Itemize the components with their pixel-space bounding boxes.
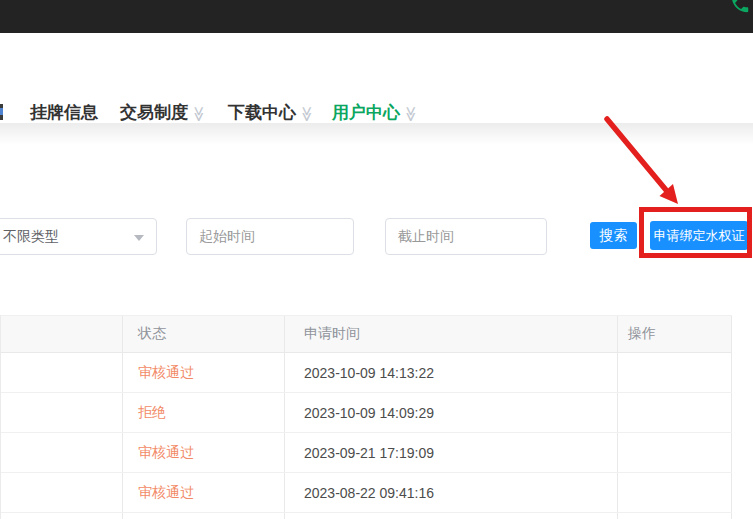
status-badge: 拒绝 — [138, 404, 166, 422]
chevron-down-icon: ≫ — [295, 106, 319, 122]
row-cell-operation — [618, 353, 732, 392]
col-header-operation: 操作 — [618, 316, 732, 352]
row-cell-empty — [1, 433, 123, 472]
row-cell-apply-time: 2023-10-09 14:13:22 — [285, 353, 618, 392]
table-body: 审核通过2023-10-09 14:13:22拒绝2023-10-09 14:0… — [1, 353, 731, 519]
row-cell-operation — [618, 513, 732, 519]
apply-time-text: 2023-09-21 17:19:09 — [304, 445, 434, 461]
type-filter-value: 不限类型 — [3, 228, 59, 244]
status-badge: 审核通过 — [138, 364, 194, 382]
row-cell-empty — [1, 513, 123, 519]
nav-item-label: 下载中心 — [228, 103, 296, 122]
nav-item-3[interactable]: 用户中心≫ — [332, 101, 419, 125]
table-row: 拒绝2023-10-09 14:09:29 — [1, 393, 732, 433]
row-cell-status — [123, 513, 285, 519]
status-badge: 审核通过 — [138, 484, 194, 502]
nav-item-label: 交易制度 — [120, 103, 188, 122]
row-cell-status: 审核通过 — [123, 353, 285, 392]
end-time-input[interactable]: 截止时间 — [385, 218, 547, 255]
apply-bind-water-cert-button[interactable]: 申请绑定水权证 — [650, 221, 748, 250]
row-cell-operation — [618, 473, 732, 512]
apply-time-text: 2023-08-22 09:41:16 — [304, 485, 434, 501]
nav-item-1[interactable]: 交易制度≫ — [120, 101, 207, 125]
nav-item-label: 挂牌信息 — [30, 103, 98, 122]
table-row: 审核通过2023-08-22 09:41:16 — [1, 473, 732, 513]
chevron-down-icon: ≫ — [187, 106, 211, 122]
chevron-down-icon: ≫ — [399, 106, 423, 122]
row-cell-apply-time — [285, 513, 618, 519]
row-cell-status: 审核通过 — [123, 473, 285, 512]
col-header-status: 状态 — [123, 316, 285, 352]
row-cell-empty — [1, 353, 123, 392]
status-badge: 审核通过 — [138, 444, 194, 462]
start-time-input[interactable]: 起始时间 — [186, 218, 354, 255]
apply-time-text: 2023-10-09 14:13:22 — [304, 365, 434, 381]
start-time-placeholder: 起始时间 — [199, 228, 255, 244]
row-cell-operation — [618, 393, 732, 432]
table-row: 审核通过2023-10-09 14:13:22 — [1, 353, 732, 393]
row-cell-status: 审核通过 — [123, 433, 285, 472]
top-utility-bar — [0, 0, 753, 33]
apply-time-text: 2023-10-09 14:09:29 — [304, 405, 434, 421]
page: { "topbar": { "phone_icon": "phone-icon"… — [0, 0, 753, 519]
applications-table: 状态 申请时间 操作 审核通过2023-10-09 14:13:22拒绝2023… — [0, 315, 731, 519]
row-cell-status: 拒绝 — [123, 393, 285, 432]
type-filter-select[interactable]: 不限类型 — [0, 218, 157, 255]
table-row: 审核通过2023-09-21 17:19:09 — [1, 433, 732, 473]
nav-item-0[interactable]: 挂牌信息 — [30, 101, 98, 125]
row-cell-operation — [618, 433, 732, 472]
nav-item-label: 用户中心 — [332, 103, 400, 122]
header-shadow — [0, 123, 753, 145]
table-header-row: 状态 申请时间 操作 — [1, 315, 732, 353]
row-cell-empty — [1, 393, 123, 432]
col-header-apply-time: 申请时间 — [285, 316, 618, 352]
table-row — [1, 513, 732, 519]
search-button[interactable]: 搜索 — [590, 222, 637, 249]
main-navbar: 挂牌信息交易制度≫下载中心≫用户中心≫ — [0, 33, 753, 123]
end-time-placeholder: 截止时间 — [398, 228, 454, 244]
col-header-empty — [1, 316, 123, 352]
row-cell-empty — [1, 473, 123, 512]
nav-items: 挂牌信息交易制度≫下载中心≫用户中心≫ — [0, 33, 753, 123]
row-cell-apply-time: 2023-09-21 17:19:09 — [285, 433, 618, 472]
row-cell-apply-time: 2023-10-09 14:09:29 — [285, 393, 618, 432]
phone-icon[interactable] — [729, 0, 751, 15]
nav-item-2[interactable]: 下载中心≫ — [228, 101, 315, 125]
row-cell-apply-time: 2023-08-22 09:41:16 — [285, 473, 618, 512]
dropdown-arrow-icon — [134, 235, 144, 241]
